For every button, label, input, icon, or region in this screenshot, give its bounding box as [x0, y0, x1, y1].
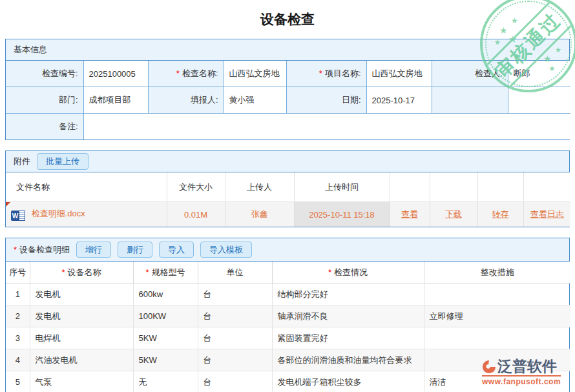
unit-cell: 台: [198, 305, 272, 327]
row-seq: 2: [6, 305, 30, 327]
basic-info-table: 检查编号: 2025100005 *检查名称: 山西弘文房地 *项目名称: 山西…: [6, 61, 570, 139]
word-file-icon: W: [11, 211, 25, 221]
attachment-file-row: W 检查明细.docx 0.01M 张鑫 2025-10-11 15:18 查看…: [6, 202, 570, 227]
filler-value: 黄小强: [224, 87, 286, 114]
vendor-url: www.fanpusoft.com: [482, 377, 561, 386]
attachment-file-size: 0.01M: [167, 202, 225, 227]
details-header-row: 序号 *设备名称 *规格型号 单位 *检查情况 整改措施: [6, 262, 570, 284]
unit-column-header: 单位: [198, 262, 272, 284]
empty-value-cell: [508, 87, 570, 114]
vendor-brand-row: 泛普软件: [482, 359, 561, 377]
action-column-header: [523, 172, 570, 202]
situation-column-header: *检查情况: [272, 262, 424, 284]
delete-row-button[interactable]: 删行: [118, 242, 152, 258]
situation-cell: 紧固装置完好: [272, 327, 424, 349]
table-row: 1 发电机 600kw 台 结构部分完好: [6, 284, 570, 305]
uploader-column-header: 上传人: [225, 172, 294, 202]
situation-cell: 各部位的润滑油质和油量均符合要求: [272, 349, 424, 371]
equipment-name-cell: 发电机: [30, 284, 133, 305]
measure-column-header: 整改措施: [424, 262, 570, 284]
remark-value: [83, 114, 570, 140]
unit-cell: 台: [198, 284, 272, 305]
row-seq: 1: [6, 284, 30, 305]
project-name-value: 山西弘文房地: [366, 61, 432, 87]
model-cell: 600kw: [133, 284, 198, 305]
model-cell: 5KW: [133, 349, 198, 371]
row-seq: 5: [6, 371, 30, 392]
batch-upload-button[interactable]: 批量上传: [37, 153, 89, 170]
measure-cell: 立即修理: [424, 305, 570, 327]
filler-label: 填报人:: [148, 87, 224, 114]
date-label: 日期:: [286, 87, 366, 114]
download-action-cell: 下载: [430, 202, 477, 227]
model-cell: 100KW: [133, 305, 198, 327]
basic-info-row-2: 部门: 成都项目部 填报人: 黄小强 日期: 2025-10-17: [6, 87, 570, 114]
model-column-header: *规格型号: [133, 262, 198, 284]
attachments-table: 文件名称 文件大小 上传人 上传时间 W 检查明细.docx 0.01M 张鑫 …: [6, 172, 570, 227]
project-name-label: *项目名称:: [286, 61, 366, 87]
measure-cell: [424, 284, 570, 305]
upload-time-column-header: 上传时间: [294, 172, 390, 202]
table-row: 3 电焊机 5KW 台 紧固装置完好: [6, 327, 570, 349]
view-log-action-cell: 查看日志: [523, 202, 570, 227]
table-row: 2 发电机 100KW 台 轴承润滑不良 立即修理: [6, 305, 570, 327]
action-column-header: [390, 172, 430, 202]
add-row-button[interactable]: 增行: [76, 242, 111, 258]
unit-cell: 台: [198, 327, 272, 349]
page-title: 设备检查: [0, 0, 575, 39]
attachment-file-name-cell: W 检查明细.docx: [6, 202, 167, 227]
equipment-name-cell: 气泵: [30, 371, 133, 392]
view-link[interactable]: 查看: [401, 209, 418, 219]
fanpu-logo-icon: [482, 360, 496, 374]
attachment-file-link[interactable]: 检查明细.docx: [32, 209, 85, 218]
basic-info-title: 基本信息: [14, 44, 47, 56]
attachments-panel: 附件 批量上传 文件名称 文件大小 上传人 上传时间 W 检查明细.docx 0…: [5, 150, 570, 227]
check-name-label: *检查名称:: [148, 61, 224, 87]
view-log-link[interactable]: 查看日志: [530, 209, 564, 219]
view-action-cell: 查看: [390, 202, 430, 227]
transfer-action-cell: 转存: [477, 202, 523, 227]
check-no-label: 检查编号:: [6, 61, 83, 87]
download-link[interactable]: 下载: [445, 209, 462, 219]
attachments-header-row: 文件名称 文件大小 上传人 上传时间: [6, 172, 570, 202]
file-name-column-header: 文件名称: [6, 172, 167, 202]
import-template-button[interactable]: 导入模板: [200, 242, 252, 258]
situation-cell: 轴承润滑不良: [272, 305, 424, 327]
equipment-name-column-header: *设备名称: [30, 262, 133, 284]
seq-column-header: 序号: [6, 262, 30, 284]
unit-cell: 台: [198, 349, 272, 371]
vendor-watermark: 泛普软件 www.fanpusoft.com: [482, 359, 561, 386]
date-value: 2025-10-17: [366, 87, 432, 114]
situation-cell: 结构部分完好: [272, 284, 424, 305]
measure-cell: [424, 327, 570, 349]
attachments-title: 附件: [14, 156, 30, 167]
inspection-details-title: 设备检查明细: [19, 244, 70, 256]
situation-cell: 发电机端子箱积尘较多: [272, 371, 424, 392]
check-name-value: 山西弘文房地: [224, 61, 286, 87]
remark-label: 备注:: [6, 114, 83, 140]
equipment-name-cell: 发电机: [30, 305, 133, 327]
model-cell: 无: [133, 371, 198, 392]
basic-info-row-1: 检查编号: 2025100005 *检查名称: 山西弘文房地 *项目名称: 山西…: [6, 61, 570, 87]
equipment-name-cell: 汽油发电机: [30, 349, 133, 371]
department-label: 部门:: [6, 87, 83, 114]
empty-label-cell: [432, 87, 508, 114]
model-cell: 5KW: [133, 327, 198, 349]
basic-info-panel: 基本信息 检查编号: 2025100005 *检查名称: 山西弘文房地 *项目名…: [5, 39, 570, 140]
unit-cell: 台: [198, 371, 272, 392]
check-no-value: 2025100005: [83, 61, 148, 87]
department-value: 成都项目部: [83, 87, 148, 114]
attachment-uploader: 张鑫: [225, 202, 294, 227]
row-seq: 4: [6, 349, 30, 371]
action-column-header: [430, 172, 477, 202]
file-size-column-header: 文件大小: [167, 172, 225, 202]
row-seq: 3: [6, 327, 30, 349]
basic-info-row-3: 备注:: [6, 114, 570, 140]
transfer-save-link[interactable]: 转存: [492, 209, 509, 219]
import-button[interactable]: 导入: [159, 242, 194, 258]
inspection-details-section-header: * 设备检查明细 增行 删行 导入 导入模板: [6, 238, 569, 262]
attachment-upload-time: 2025-10-11 15:18: [294, 202, 390, 227]
action-column-header: [477, 172, 523, 202]
inspector-label: 检查人:: [432, 61, 508, 87]
vendor-brand-name: 泛普软件: [497, 359, 557, 374]
